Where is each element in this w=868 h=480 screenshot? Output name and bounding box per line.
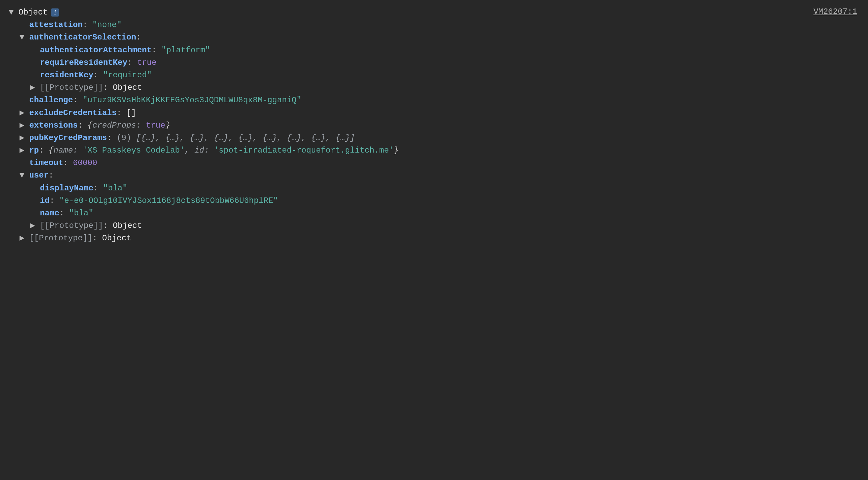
array-length: (9) (117, 132, 131, 144)
expand-toggle-icon[interactable]: ▶ (20, 232, 29, 244)
prop-authenticator-selection[interactable]: ▼ authenticatorSelection: (9, 31, 859, 44)
prop-user-displayname[interactable]: displayName: "bla" (9, 182, 859, 194)
prop-key: excludeCredentials (29, 107, 116, 119)
prop-resident-key[interactable]: residentKey: "required" (9, 69, 859, 81)
prop-key: pubKeyCredParams (29, 132, 107, 144)
spacer-icon (30, 69, 40, 81)
prop-user-name[interactable]: name: "bla" (9, 207, 859, 219)
expand-toggle-icon[interactable]: ▶ (20, 107, 29, 119)
prop-user[interactable]: ▼ user: (9, 169, 859, 182)
prop-preview: {name: 'XS Passkeys Codelab', id: 'spot-… (49, 144, 399, 157)
prop-require-resident-key[interactable]: requireResidentKey: true (9, 56, 859, 69)
prop-value: Object (113, 81, 142, 94)
prop-key: id (40, 194, 50, 207)
prop-key: [[Prototype]] (40, 219, 103, 232)
prop-value: "required" (103, 69, 152, 81)
prop-prototype[interactable]: ▶ [[Prototype]]: Object (9, 81, 859, 94)
spacer-icon (20, 19, 29, 31)
prop-value: "e-e0-OOlg10IVYJSox1168j8cts89tObbW66U6h… (59, 194, 278, 207)
prop-key: requireResidentKey (40, 56, 127, 69)
spacer-icon (30, 207, 40, 219)
prop-extensions[interactable]: ▶ extensions: {credProps: true} (9, 119, 859, 132)
prop-user-id[interactable]: id: "e-e0-OOlg10IVYJSox1168j8cts89tObbW6… (9, 194, 859, 207)
spacer-icon (30, 182, 40, 194)
prop-timeout[interactable]: timeout: 60000 (9, 157, 859, 169)
expand-toggle-icon[interactable]: ▶ (30, 219, 40, 232)
prop-key: name (40, 207, 59, 219)
prop-value: 60000 (73, 157, 97, 169)
prop-value: "bla" (69, 207, 93, 219)
prop-prototype[interactable]: ▶ [[Prototype]]: Object (9, 219, 859, 232)
prop-key: user (29, 169, 49, 182)
source-link[interactable]: VM26207:1 (813, 5, 857, 18)
spacer-icon (30, 56, 40, 69)
prop-value: "uTuz9KSVsHbKKjKKFEGsYos3JQDMLWU8qx8M-gg… (83, 94, 301, 106)
prop-preview: {credProps: true} (87, 119, 170, 132)
prop-key: challenge (29, 94, 73, 106)
expand-toggle-icon[interactable]: ▼ (9, 6, 19, 19)
prop-authenticator-attachment[interactable]: authenticatorAttachment: "platform" (9, 44, 859, 56)
prop-key: timeout (29, 157, 63, 169)
prop-key: [[Prototype]] (29, 232, 92, 244)
spacer-icon (30, 194, 40, 207)
prop-rp[interactable]: ▶ rp: {name: 'XS Passkeys Codelab', id: … (9, 144, 859, 157)
expand-toggle-icon[interactable]: ▼ (20, 31, 29, 44)
object-label: Object (19, 6, 48, 19)
info-icon[interactable]: i (51, 8, 59, 17)
prop-attestation[interactable]: attestation: "none" (9, 19, 859, 31)
prop-key: authenticatorAttachment (40, 44, 152, 56)
prop-value: [] (127, 107, 136, 119)
prop-value: "platform" (161, 44, 210, 56)
prop-key: attestation (29, 19, 82, 31)
expand-toggle-icon[interactable]: ▶ (20, 119, 29, 132)
expand-toggle-icon[interactable]: ▼ (20, 169, 29, 182)
prop-value: "none" (92, 19, 121, 31)
prop-pubkeycredparams[interactable]: ▶ pubKeyCredParams: (9) [{…}, {…}, {…}, … (9, 132, 859, 144)
expand-toggle-icon[interactable]: ▶ (20, 132, 29, 144)
prop-value: true (137, 56, 157, 69)
expand-toggle-icon[interactable]: ▶ (20, 144, 29, 157)
prop-value: "bla" (103, 182, 127, 194)
prop-prototype[interactable]: ▶ [[Prototype]]: Object (9, 232, 859, 244)
spacer-icon (20, 157, 29, 169)
spacer-icon (20, 94, 29, 106)
prop-exclude-credentials[interactable]: ▶ excludeCredentials: [] (9, 107, 859, 119)
expand-toggle-icon[interactable]: ▶ (30, 81, 40, 94)
prop-key: rp (29, 144, 39, 157)
console-output: VM26207:1 ▼ Object i attestation: "none"… (0, 0, 868, 251)
prop-key: [[Prototype]] (40, 81, 103, 94)
prop-value: Object (102, 232, 131, 244)
prop-preview: [{…}, {…}, {…}, {…}, {…}, {…}, {…}, {…},… (136, 132, 355, 144)
prop-key: displayName (40, 182, 93, 194)
prop-value: Object (113, 219, 142, 232)
prop-key: residentKey (40, 69, 93, 81)
object-root-row[interactable]: ▼ Object i (9, 6, 859, 19)
prop-challenge[interactable]: challenge: "uTuz9KSVsHbKKjKKFEGsYos3JQDM… (9, 94, 859, 106)
prop-key: authenticatorSelection (29, 31, 136, 44)
spacer-icon (30, 44, 40, 56)
prop-key: extensions (29, 119, 78, 132)
